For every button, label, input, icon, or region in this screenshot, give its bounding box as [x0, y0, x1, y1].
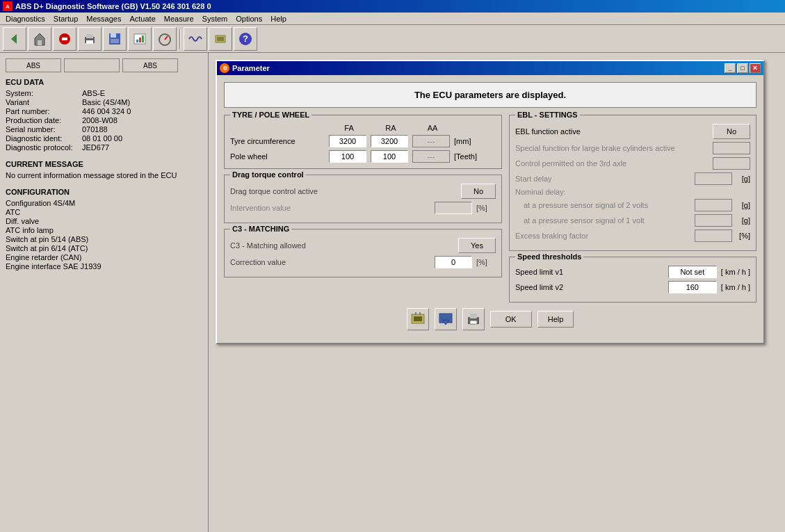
correction-value-unit: [%] — [476, 258, 496, 266]
footer-print-btn[interactable] — [462, 308, 485, 330]
footer-ecu-btn[interactable] — [407, 308, 429, 330]
dialog-minimize-btn[interactable]: _ — [725, 63, 736, 73]
footer-down-btn[interactable] — [435, 308, 457, 330]
toolbar-stop-btn[interactable] — [53, 27, 76, 51]
title-bar: A ABS D+ Diagnostic Software (GB) V1.50 … — [0, 0, 785, 13]
ebl-1v-row: at a pressure sensor signal of 1 volt [g… — [515, 214, 750, 227]
ebl-function-btn[interactable]: No — [713, 124, 750, 139]
menu-help[interactable]: Help — [266, 13, 291, 24]
toolbar-print-btn[interactable] — [78, 27, 102, 51]
ebl-1v-unit: [g] — [732, 216, 750, 225]
tyre-circ-aa-field: --- — [412, 135, 450, 147]
dialog-help-btn[interactable]: Help — [537, 311, 574, 328]
ebl-excess-label: Excess braking factor — [515, 232, 695, 240]
pole-wheel-aa-field: --- — [412, 150, 450, 163]
tyre-circ-ra-input[interactable] — [371, 135, 408, 147]
svg-text:?: ? — [243, 33, 248, 44]
ebl-special-label: Special function for large brake cylinde… — [515, 144, 713, 152]
ecu-serial-label: Serial number: — [6, 125, 82, 134]
pole-wheel-fa-input[interactable] — [329, 150, 366, 163]
toolbar: ? — [0, 25, 785, 53]
left-panel: ABS ABS ECU DATA System: ABS-E Variant B… — [0, 53, 209, 532]
speed-v2-unit: [ km / h ] — [721, 283, 750, 291]
main-content: ABS ABS ECU DATA System: ABS-E Variant B… — [0, 53, 785, 532]
toolbar-wave-btn[interactable] — [184, 27, 207, 51]
dialog-title-bar: ⚙ Parameter _ □ ✕ — [217, 61, 763, 75]
speed-thresholds-title: Speed thresholds — [515, 252, 583, 261]
svg-rect-6 — [86, 40, 93, 44]
correction-value-row: Correction value [%] — [230, 256, 496, 268]
tyre-pole-title: TYRE / POLE WHEEL — [230, 111, 311, 119]
menu-measure[interactable]: Measure — [160, 13, 198, 24]
dialog-ok-btn[interactable]: OK — [490, 311, 532, 328]
dialog-left-col: TYRE / POLE WHEEL FA RA AA — [224, 115, 502, 303]
dialog-icon: ⚙ — [220, 63, 229, 73]
nav-tab-2[interactable] — [64, 58, 120, 72]
dialog-header-text: The ECU parameters are displayed. — [414, 90, 566, 100]
config-item-6: Engine retarder (CAN) — [6, 253, 202, 261]
toolbar-back-btn[interactable] — [3, 27, 26, 51]
app-icon: A — [3, 1, 13, 11]
toolbar-ecu-btn[interactable] — [209, 27, 232, 51]
speed-thresholds-group: Speed thresholds Speed limit v1 [ km / h… — [509, 257, 756, 303]
intervention-label: Intervention value — [230, 204, 430, 212]
current-msg-title: CURRENT MESSAGE — [6, 160, 202, 168]
ecu-system-row: System: ABS-E — [6, 89, 202, 97]
svg-rect-21 — [414, 316, 422, 321]
speed-v2-input[interactable] — [668, 281, 717, 293]
speed-v1-label: Speed limit v1 — [515, 268, 664, 276]
toolbar-sep-1 — [179, 29, 181, 49]
ecu-diagident-value: 08 01 00 00 — [82, 134, 122, 143]
ebl-nominaldelay-row: Nominal delay: — [515, 188, 750, 196]
ecu-diagident-label: Diagnostic ident: — [6, 134, 82, 143]
ebl-startdelay-unit: [g] — [732, 175, 750, 183]
ecu-system-label: System: — [6, 89, 82, 97]
dialog-body: TYRE / POLE WHEEL FA RA AA — [224, 115, 756, 303]
toolbar-home-btn[interactable] — [28, 27, 51, 51]
dialog-maximize-btn[interactable]: □ — [737, 63, 748, 73]
menu-options[interactable]: Options — [232, 13, 266, 24]
drag-torque-active-btn[interactable]: No — [461, 184, 496, 199]
svg-rect-23 — [419, 312, 421, 315]
toolbar-chart-btn[interactable] — [128, 27, 152, 51]
ecu-partno-row: Part number: 446 004 324 0 — [6, 107, 202, 115]
ecu-variant-label: Variant — [6, 98, 82, 106]
menu-diagnostics[interactable]: Diagnostics — [1, 13, 49, 24]
toolbar-save-btn[interactable] — [103, 27, 127, 51]
menu-messages[interactable]: Messages — [82, 13, 125, 24]
c3-matching-title: C3 - MATCHING — [230, 225, 291, 233]
tyre-circ-fa-input[interactable] — [329, 135, 366, 147]
ebl-control-field — [713, 157, 750, 170]
speed-v2-label: Speed limit v2 — [515, 283, 664, 291]
speed-v2-row: Speed limit v2 [ km / h ] — [515, 281, 750, 293]
ecu-variant-row: Variant Basic (4S/4M) — [6, 98, 202, 106]
nav-tab-1[interactable]: ABS — [6, 58, 61, 72]
correction-value-input[interactable] — [435, 256, 472, 268]
toolbar-gauge-btn[interactable] — [153, 27, 177, 51]
col-header-ra: RA — [371, 124, 411, 132]
ebl-excess-row: Excess braking factor [%] — [515, 229, 750, 242]
toolbar-help-btn[interactable]: ? — [234, 27, 257, 51]
title-bar-text: ABS D+ Diagnostic Software (GB) V1.50 24… — [15, 2, 211, 10]
menu-actuate[interactable]: Actuate — [125, 13, 159, 24]
ebl-excess-field — [695, 229, 732, 242]
c3-matching-allowed-btn[interactable]: Yes — [458, 238, 496, 253]
col-header-fa: FA — [329, 124, 369, 132]
tyre-circ-label: Tyre circumference — [230, 137, 327, 145]
dialog-close-btn[interactable]: ✕ — [750, 63, 761, 73]
pole-wheel-ra-input[interactable] — [371, 150, 408, 163]
drag-torque-active-row: Drag torque control active No — [230, 184, 496, 199]
config-item-3: ATC info lamp — [6, 226, 202, 234]
svg-rect-1 — [38, 40, 42, 45]
ebl-startdelay-label: Start delay — [515, 175, 695, 183]
ecu-partno-value: 446 004 324 0 — [82, 107, 131, 115]
menu-startup[interactable]: Startup — [49, 13, 82, 24]
speed-v1-input[interactable] — [668, 266, 717, 278]
config-item-5: Switch at pin 6/14 (ATC) — [6, 244, 202, 252]
svg-rect-12 — [139, 38, 141, 42]
svg-rect-27 — [470, 314, 477, 319]
intervention-row: Intervention value [%] — [230, 202, 496, 214]
nav-tab-3[interactable]: ABS — [122, 58, 178, 72]
config-item-4: Switch at pin 5/14 (ABS) — [6, 235, 202, 243]
menu-system[interactable]: System — [198, 13, 232, 24]
